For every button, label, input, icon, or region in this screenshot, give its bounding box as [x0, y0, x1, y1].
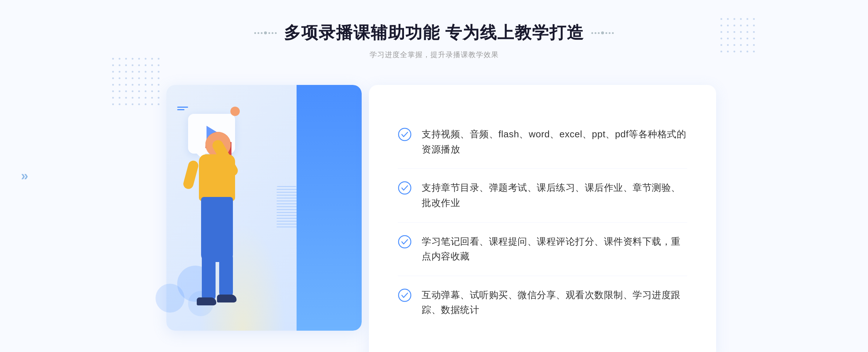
feature-item: 支持章节目录、弹题考试、课后练习、课后作业、章节测验、批改作业 — [398, 169, 687, 222]
page-title: 多项录播课辅助功能 专为线上教学打造 — [284, 22, 584, 44]
content-area: 支持视频、音频、flash、word、excel、ppt、pdf等各种格式的资源… — [152, 74, 716, 349]
page-subtitle: 学习进度全掌握，提升录播课教学效果 — [254, 50, 614, 60]
header-section: 多项录播课辅助功能 专为线上教学打造 学习进度全掌握，提升录播课教学效果 — [254, 22, 614, 60]
title-row: 多项录播课辅助功能 专为线上教学打造 — [254, 22, 614, 44]
blue-panel — [297, 85, 362, 331]
title-decorator-right — [591, 31, 614, 34]
features-panel: 支持视频、音频、flash、word、excel、ppt、pdf等各种格式的资源… — [369, 85, 716, 352]
person-leg-right — [219, 255, 233, 298]
person-arm-left — [182, 159, 200, 190]
person-body — [199, 154, 235, 201]
feature-item: 支持视频、音频、flash、word、excel、ppt、pdf等各种格式的资源… — [398, 115, 687, 169]
check-circle-icon-1 — [398, 128, 412, 141]
illustration-card — [166, 85, 362, 331]
page-wrapper: » 多项录播课辅助功能 专为线上教学打造 学习进度全掌握，提升录播课教学效果 — [0, 0, 868, 352]
person-pants — [201, 197, 233, 262]
dot-pattern-right — [720, 18, 756, 53]
check-circle-icon-4 — [398, 288, 412, 302]
feature-text-3: 学习笔记回看、课程提问、课程评论打分、课件资料下载，重点内容收藏 — [422, 234, 687, 264]
chevron-left-decoration: » — [21, 168, 25, 184]
person-figure — [181, 132, 260, 331]
illustration-area — [152, 74, 376, 349]
feature-text-1: 支持视频、音频、flash、word、excel、ppt、pdf等各种格式的资源… — [422, 127, 687, 157]
svg-point-3 — [399, 289, 411, 301]
feature-text-2: 支持章节目录、弹题考试、课后练习、课后作业、章节测验、批改作业 — [422, 180, 687, 210]
check-circle-icon-2 — [398, 181, 412, 195]
title-decorator-left — [254, 31, 277, 34]
svg-point-0 — [399, 128, 411, 141]
svg-point-1 — [399, 182, 411, 194]
deco-lines — [177, 107, 188, 112]
person-shoe-left — [197, 297, 216, 305]
feature-text-4: 互动弹幕、试听购买、微信分享、观看次数限制、学习进度跟踪、数据统计 — [422, 288, 687, 318]
person-leg-left — [202, 255, 216, 302]
circle-deco-outer — [156, 284, 184, 313]
feature-item: 互动弹幕、试听购买、微信分享、观看次数限制、学习进度跟踪、数据统计 — [398, 276, 687, 329]
person-shoe-right — [217, 295, 237, 302]
svg-point-2 — [399, 236, 411, 248]
feature-item: 学习笔记回看、课程提问、课程评论打分、课件资料下载，重点内容收藏 — [398, 223, 687, 276]
check-circle-icon-3 — [398, 235, 412, 249]
